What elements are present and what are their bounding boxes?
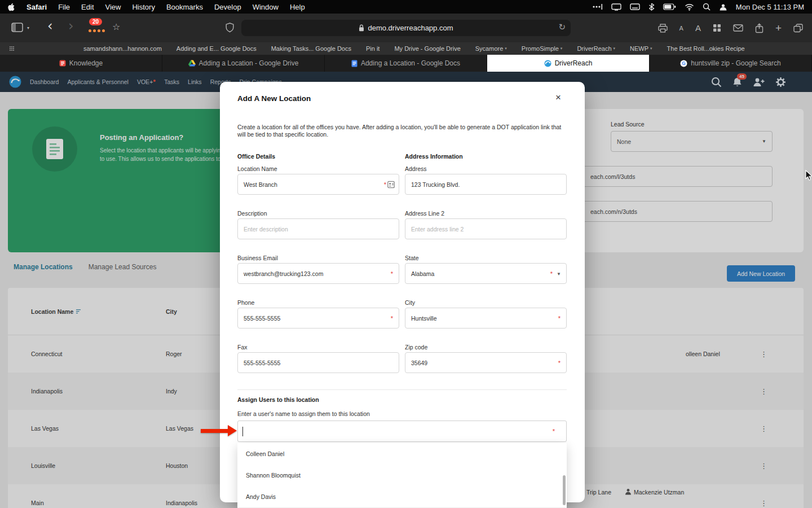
business-email-label: Business Email [237, 255, 399, 262]
menu-develop[interactable]: Develop [214, 3, 241, 11]
lock-icon [359, 24, 364, 32]
close-icon[interactable]: × [555, 92, 561, 103]
favorite-item[interactable]: The Best Roll...okies Recipe [667, 45, 745, 52]
menu-window[interactable]: Window [253, 3, 279, 11]
address-line2-input[interactable]: Enter address line 2 [405, 218, 567, 239]
favorite-folder[interactable]: PromoSimple▾ [522, 45, 563, 52]
extensions-grid-icon[interactable] [713, 24, 721, 32]
driverreach-favicon [544, 60, 551, 67]
add-location-modal: Add A New Location × Create a location f… [220, 82, 585, 502]
business-email-input[interactable]: westbranch@trucking123.com* [237, 263, 399, 284]
city-input[interactable]: Huntsville* [405, 308, 567, 329]
chevron-down-icon: ▼ [557, 271, 561, 276]
tab-google-drive[interactable]: Adding a Location - Google Drive [162, 55, 325, 72]
modal-title: Add A New Location [237, 94, 311, 103]
user-option[interactable]: Shannon Bloomquist [237, 465, 567, 486]
favorite-folder[interactable]: NEWP▾ [630, 45, 652, 52]
apple-logo-icon[interactable] [8, 3, 15, 11]
reload-icon[interactable]: ↻ [558, 22, 566, 32]
tab-google-docs[interactable]: Adding a Location - Google Docs [325, 55, 487, 72]
menubar-app-name[interactable]: Safari [27, 3, 47, 11]
zip-label: Zip code [405, 344, 567, 351]
address-label: Address [405, 165, 567, 173]
dropdown-scrollbar[interactable] [563, 475, 566, 505]
assign-user-input[interactable]: * [237, 421, 567, 442]
menubar-clock[interactable]: Mon Dec 5 11:13 PM [736, 3, 804, 11]
menu-file[interactable]: File [58, 3, 70, 11]
user-option[interactable]: Colleen Daniel [237, 443, 567, 465]
location-name-label: Location Name [237, 165, 399, 173]
increase-text-size-button[interactable]: A [695, 23, 701, 33]
chevron-down-icon: ▾ [505, 46, 507, 51]
menu-history[interactable]: History [132, 3, 155, 11]
address-information-heading: Address Information [405, 153, 567, 160]
menu-help[interactable]: Help [290, 3, 305, 11]
favorites-bar: samandshann...hannon.com Adding and E...… [0, 42, 812, 55]
phone-input[interactable]: 555-555-5555* [237, 308, 399, 329]
tab-bar: Knowledge Adding a Location - Google Dri… [0, 55, 812, 72]
tab-overview-icon[interactable] [793, 24, 803, 33]
google-drive-icon [188, 60, 196, 67]
decrease-text-size-button[interactable]: A [679, 25, 683, 32]
favorite-item[interactable]: My Drive - Google Drive [394, 45, 460, 52]
zip-input[interactable]: 35649* [405, 352, 567, 373]
office-details-heading: Office Details [237, 153, 399, 160]
bluetooth-icon[interactable] [648, 3, 655, 11]
assign-users-subtext: Enter a user's name to assign them to th… [237, 410, 370, 417]
address-input[interactable]: 123 Trucking Blvd. [405, 174, 567, 195]
screen-mirroring-icon[interactable] [592, 3, 603, 10]
spotlight-search-icon[interactable] [703, 3, 710, 11]
fax-input[interactable]: 555-555-5555 [237, 352, 399, 373]
bookmark-star-icon[interactable]: ☆ [112, 21, 120, 32]
favorites-grid-icon[interactable] [9, 46, 15, 51]
control-center-icon[interactable] [719, 3, 727, 11]
location-name-input[interactable]: West Branch * [237, 174, 399, 195]
safari-toolbar: ▾ ‹ › 20 ☆ demo.driverreachapp.com ↻ A A… [0, 14, 812, 42]
new-tab-button[interactable]: + [775, 23, 782, 33]
sidebar-toggle-icon[interactable] [11, 23, 23, 32]
privacy-shield-icon[interactable] [226, 23, 234, 33]
required-asterisk: * [558, 315, 561, 322]
city-label: City [405, 299, 567, 306]
description-input[interactable]: Enter description [237, 218, 399, 239]
menu-view[interactable]: View [105, 3, 121, 11]
autofill-contact-icon[interactable]: * [384, 181, 395, 188]
menu-bookmarks[interactable]: Bookmarks [166, 3, 203, 11]
state-label: State [405, 255, 567, 262]
url-bar[interactable]: demo.driverreachapp.com ↻ [241, 20, 571, 36]
print-icon[interactable] [658, 24, 668, 33]
favorite-item[interactable]: Pin it [366, 45, 379, 52]
url-text: demo.driverreachapp.com [368, 24, 453, 32]
state-select[interactable]: Alabama*▼ [405, 263, 567, 284]
text-caret [242, 427, 243, 436]
menu-edit[interactable]: Edit [81, 3, 94, 11]
favorite-item[interactable]: Adding and E... Google Docs [176, 45, 257, 52]
address-line2-label: Address Line 2 [405, 210, 567, 217]
mail-share-icon[interactable] [733, 24, 743, 32]
wifi-icon[interactable] [685, 3, 694, 11]
pinned-tabs-dots-icon[interactable] [89, 29, 105, 32]
display-icon[interactable] [611, 3, 621, 11]
keyboard-icon[interactable] [630, 3, 640, 10]
chevron-down-icon: ▾ [614, 46, 616, 51]
favorite-item[interactable]: samandshann...hannon.com [83, 45, 162, 52]
forward-button[interactable]: › [68, 19, 74, 33]
favorite-folder[interactable]: DriverReach▾ [577, 45, 615, 52]
battery-icon[interactable] [663, 3, 676, 10]
description-label: Description [237, 210, 399, 217]
phone-label: Phone [237, 299, 399, 306]
sidebar-chevron-icon[interactable]: ▾ [27, 25, 29, 30]
tab-driverreach-active[interactable]: DriverReach [487, 55, 650, 72]
share-icon[interactable] [755, 23, 764, 33]
required-asterisk: * [391, 315, 393, 322]
back-button[interactable]: ‹ [47, 19, 53, 33]
favorite-item[interactable]: Making Tasks... Google Docs [271, 45, 351, 52]
tab-google-search[interactable]: G huntsville zip - Google Search [650, 55, 812, 72]
fax-label: Fax [237, 344, 399, 351]
divider [237, 389, 567, 390]
user-option[interactable]: Andy Davis [237, 486, 567, 507]
favorite-folder[interactable]: Sycamore▾ [475, 45, 507, 52]
required-asterisk: * [558, 360, 561, 366]
macos-menubar: Safari File Edit View History Bookmarks … [0, 0, 812, 14]
tab-knowledge[interactable]: Knowledge [0, 55, 162, 72]
